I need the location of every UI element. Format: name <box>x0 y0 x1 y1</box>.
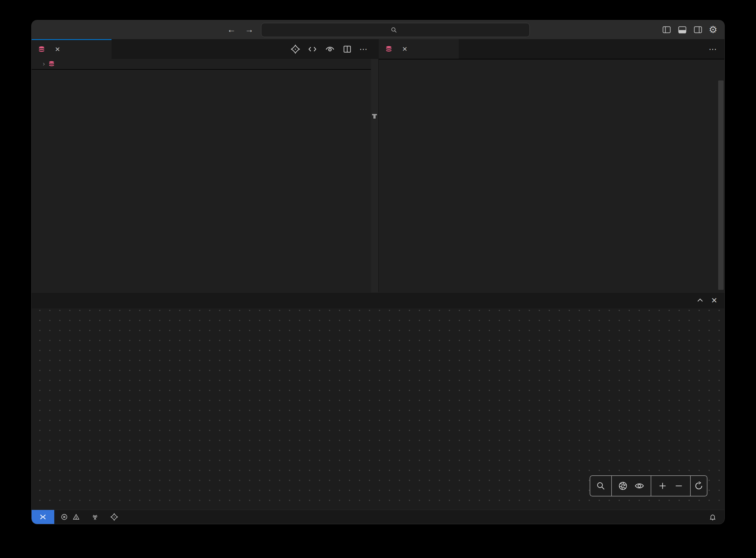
database-file-icon <box>48 61 55 67</box>
tab-customers-sql-right[interactable]: ✕ <box>379 39 459 59</box>
editor-source[interactable]: › <box>32 59 378 292</box>
lineage-canvas[interactable] <box>32 308 724 510</box>
vscode-window: ← → ⚙ ✕ ⋯ ✕ <box>32 20 724 524</box>
close-panel-icon[interactable]: ✕ <box>711 296 718 305</box>
database-file-icon <box>38 46 45 53</box>
zoom-in-icon[interactable] <box>658 481 667 490</box>
tab-customers-sql-left[interactable]: ✕ <box>32 39 111 59</box>
window-controls <box>36 27 64 33</box>
dbt-flare-icon[interactable] <box>291 45 300 54</box>
breadcrumb[interactable]: › <box>32 59 378 69</box>
back-arrow-icon[interactable]: ← <box>227 25 236 34</box>
minimize-window-button[interactable] <box>47 27 53 33</box>
close-tab-icon[interactable]: ✕ <box>55 46 60 53</box>
dbt-extension-status[interactable] <box>110 513 121 521</box>
broadcast-icon <box>91 513 99 521</box>
eye-icon[interactable] <box>634 481 645 491</box>
refresh-icon[interactable] <box>694 481 704 491</box>
lineage-toolbar <box>590 475 707 497</box>
panel-tab-bar <box>32 292 724 308</box>
search-icon <box>391 27 397 33</box>
editor-compiled[interactable] <box>379 59 724 292</box>
overview-ruler[interactable] <box>371 59 378 292</box>
zoom-out-icon[interactable] <box>674 481 683 490</box>
aperture-icon[interactable] <box>618 481 628 491</box>
remote-open-icon <box>39 513 47 521</box>
titlebar[interactable]: ← → ⚙ <box>32 20 724 39</box>
dbt-flare-icon <box>110 513 118 521</box>
maximize-panel-icon[interactable] <box>696 296 704 304</box>
ports-status[interactable] <box>91 513 101 521</box>
notifications-bell-icon[interactable] <box>709 513 716 521</box>
compiled-code-icon[interactable] <box>308 44 317 54</box>
chevron-right-icon: › <box>42 60 46 68</box>
close-tab-icon[interactable]: ✕ <box>402 45 408 53</box>
status-bar <box>32 510 724 524</box>
toggle-panel-icon[interactable] <box>677 25 687 34</box>
settings-gear-icon[interactable]: ⚙ <box>709 24 718 35</box>
error-icon <box>61 513 68 521</box>
toggle-secondary-sidebar-icon[interactable] <box>693 25 703 34</box>
search-icon[interactable] <box>596 481 605 490</box>
command-center-search[interactable] <box>261 23 530 37</box>
toggle-primary-sidebar-icon[interactable] <box>662 25 672 34</box>
overview-cursor-marker <box>372 114 377 115</box>
problems-status[interactable] <box>61 513 82 521</box>
more-actions-icon[interactable]: ⋯ <box>709 44 718 54</box>
database-file-icon <box>385 46 392 53</box>
scrollbar-thumb[interactable] <box>718 80 724 290</box>
warning-icon <box>73 513 80 521</box>
screenshot-stage: ← → ⚙ ✕ ⋯ ✕ <box>0 0 756 558</box>
close-window-button[interactable] <box>36 27 42 33</box>
zoom-window-button[interactable] <box>57 27 64 33</box>
more-actions-icon[interactable]: ⋯ <box>359 44 368 54</box>
sticky-scroll <box>32 69 378 70</box>
forward-arrow-icon[interactable]: → <box>244 25 254 34</box>
editor-tab-strip: ✕ ⋯ ✕ ⋯ <box>32 39 724 59</box>
preview-eye-icon[interactable] <box>325 44 335 54</box>
remote-indicator[interactable] <box>32 510 54 524</box>
split-editor-icon[interactable] <box>343 45 352 54</box>
editor-group-container: › <box>32 59 724 292</box>
sticky-scroll <box>379 59 724 59</box>
